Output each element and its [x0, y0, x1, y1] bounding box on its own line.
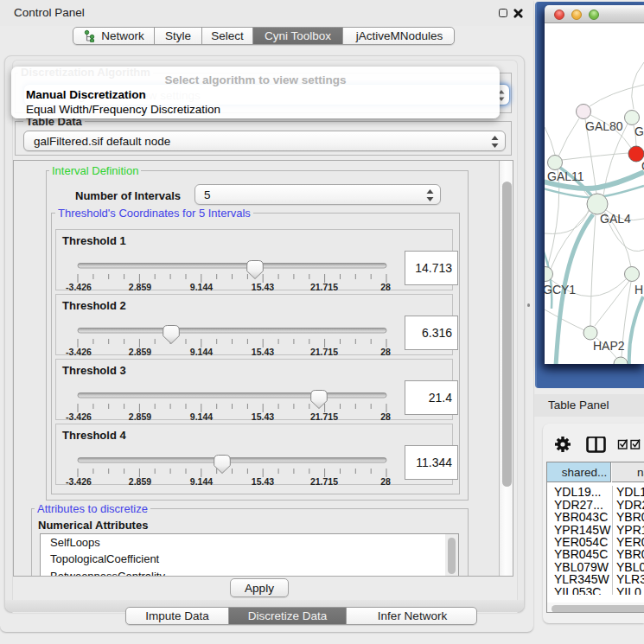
svg-text:GAL11: GAL11	[547, 169, 584, 183]
svg-text:H: H	[634, 283, 643, 296]
svg-text:HAP2: HAP2	[593, 339, 625, 353]
svg-text:GAL80: GAL80	[585, 119, 623, 133]
svg-text:GA: GA	[634, 124, 644, 138]
svg-text:GCY1: GCY1	[545, 283, 576, 296]
svg-text:GAL4: GAL4	[600, 212, 631, 226]
